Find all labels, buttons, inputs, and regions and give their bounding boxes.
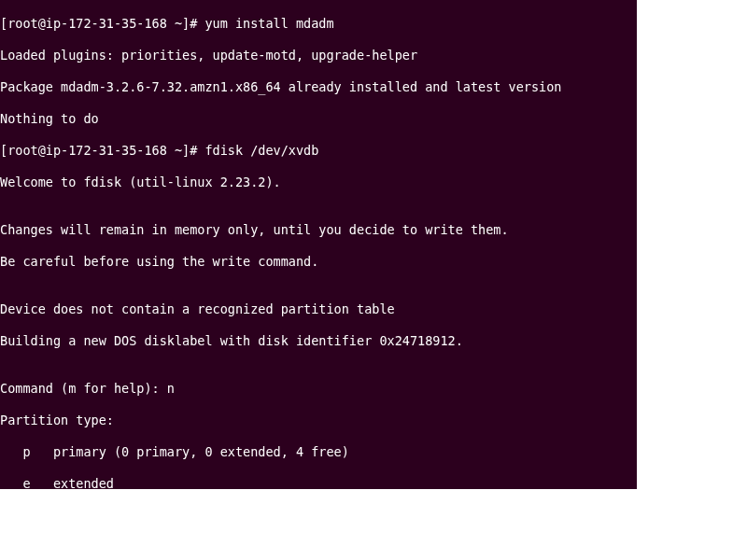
terminal-line: Command (m for help): n xyxy=(0,381,637,397)
terminal-line: [root@ip-172-31-35-168 ~]# fdisk /dev/xv… xyxy=(0,143,637,159)
command-input: fdisk /dev/xvdb xyxy=(204,143,318,158)
terminal-line: Changes will remain in memory only, unti… xyxy=(0,222,637,238)
terminal-line: Welcome to fdisk (util-linux 2.23.2). xyxy=(0,175,637,190)
terminal-line: Package mdadm-3.2.6-7.32.amzn1.x86_64 al… xyxy=(0,79,637,95)
terminal-line: Device does not contain a recognized par… xyxy=(0,301,637,317)
terminal-line: Loaded plugins: priorities, update-motd,… xyxy=(0,48,637,63)
prompt: [root@ip-172-31-35-168 ~]# xyxy=(0,143,204,158)
terminal-line: e extended xyxy=(0,476,637,489)
terminal-line: Be careful before using the write comman… xyxy=(0,254,637,270)
terminal-line: p primary (0 primary, 0 extended, 4 free… xyxy=(0,444,637,460)
prompt: [root@ip-172-31-35-168 ~]# xyxy=(0,16,204,31)
terminal-line: Building a new DOS disklabel with disk i… xyxy=(0,333,637,349)
terminal-window[interactable]: [root@ip-172-31-35-168 ~]# yum install m… xyxy=(0,0,637,489)
terminal-line: [root@ip-172-31-35-168 ~]# yum install m… xyxy=(0,16,637,32)
command-input: yum install mdadm xyxy=(204,16,333,31)
terminal-line: Partition type: xyxy=(0,413,637,428)
terminal-line: Nothing to do xyxy=(0,111,637,127)
